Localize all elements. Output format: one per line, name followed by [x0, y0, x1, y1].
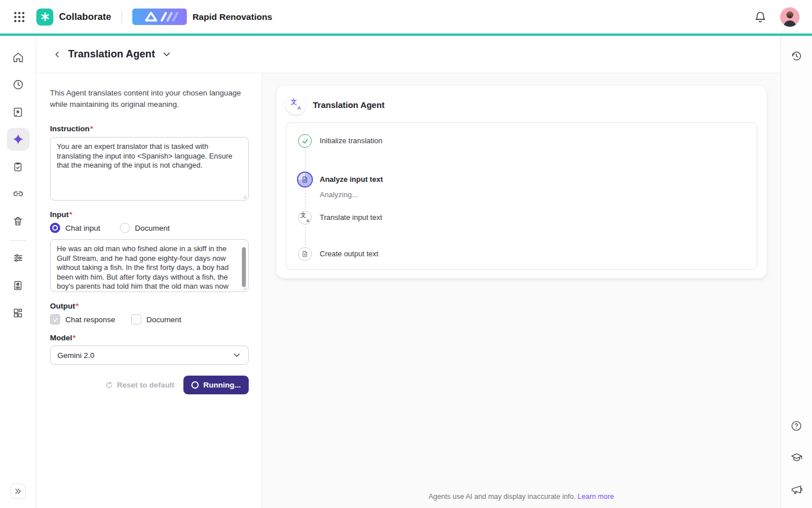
double-chevron-right-icon	[14, 488, 22, 495]
step-connector	[305, 190, 305, 209]
textarea-scrollbar[interactable]	[242, 247, 246, 287]
input-label: Input*	[50, 210, 248, 219]
step-substatus: Analyzing...	[320, 190, 383, 199]
sidebar-item-home[interactable]	[7, 46, 30, 69]
step-label: Create output text	[320, 247, 378, 261]
page-title: Translation Agent	[68, 48, 155, 60]
required-mark: *	[69, 210, 72, 219]
settings-sliders-icon	[12, 252, 24, 264]
trash-icon	[12, 216, 23, 227]
step-label: Translate input text	[320, 211, 382, 224]
sidebar-item-directory[interactable]	[7, 274, 30, 297]
page-header: Translation Agent	[36, 36, 780, 73]
agent-card-title: Translation Agent	[313, 100, 384, 110]
chat-input-textarea[interactable]: He was an old man who fished alone in a …	[50, 239, 249, 292]
step-analyze-input-text: Analyze input text Analyzing...	[297, 172, 746, 211]
workspace-brand[interactable]: Rapid Renovations	[132, 9, 272, 25]
sidebar-item-trash[interactable]	[7, 210, 30, 232]
ai-disclaimer: Agents use AI and may display inaccurate…	[262, 493, 780, 501]
instruction-textarea[interactable]: You are an expert translator that is tas…	[50, 137, 249, 201]
step-label: Analyze input text	[320, 172, 383, 188]
step-connector	[305, 150, 305, 169]
output-label: Output*	[50, 302, 248, 310]
chevron-down-icon	[232, 351, 241, 360]
sidebar-item-settings[interactable]	[7, 247, 30, 269]
connections-link-icon	[12, 188, 24, 199]
chevron-left-icon	[53, 50, 62, 59]
chevron-down-icon	[162, 49, 171, 59]
app-name: Collaborate	[59, 11, 111, 22]
reset-to-default-button[interactable]: Reset to default	[99, 376, 180, 394]
collaborate-asterisk-logo-icon	[36, 9, 53, 26]
tasks-clipboard-icon	[12, 161, 23, 172]
announcements-megaphone-icon[interactable]	[788, 481, 805, 498]
top-bar: Collaborate Rapid Renovations	[0, 0, 812, 34]
step-connector	[305, 227, 305, 245]
step-document-icon	[298, 247, 312, 261]
title-dropdown-button[interactable]	[161, 49, 172, 60]
sidebar-item-agents[interactable]	[7, 128, 30, 151]
radio-unselected-icon	[120, 223, 130, 233]
instruction-label: Instruction*	[50, 124, 248, 133]
knowledge-book-icon	[12, 107, 23, 118]
step-translate-input-text: 文A Translate input text	[297, 211, 746, 247]
run-button[interactable]: Running...	[183, 376, 249, 394]
learn-more-link[interactable]: Learn more	[577, 493, 614, 501]
step-done-check-icon	[298, 134, 312, 148]
radio-chat-input[interactable]: Chat input	[50, 223, 101, 233]
required-mark: *	[73, 334, 76, 342]
translate-icon: 文A	[286, 94, 306, 115]
notifications-bell-icon[interactable]	[754, 11, 767, 23]
agent-description: This Agent translates content into your …	[50, 88, 250, 110]
output-type-checkbox-group: Chat response Document	[50, 314, 248, 324]
radio-document[interactable]: Document	[120, 223, 170, 233]
form-actions: Reset to default Running...	[50, 376, 249, 394]
right-sidebar	[780, 36, 812, 508]
directory-card-icon	[12, 280, 23, 291]
sidebar-item-history[interactable]	[7, 73, 30, 96]
step-create-output-text: Create output text	[297, 247, 746, 261]
sidebar-item-tasks[interactable]	[7, 155, 30, 178]
agent-preview-canvas: 文A Translation Agent Initialize translat…	[262, 73, 780, 508]
checkbox-chat-response[interactable]: Chat response	[50, 314, 115, 324]
app-brand[interactable]: Collaborate	[36, 9, 111, 26]
step-initialize-translation: Initialize translation	[297, 134, 746, 172]
workspace-logo	[132, 9, 187, 25]
checkbox-checked-icon	[50, 314, 60, 324]
version-history-icon[interactable]	[788, 47, 805, 64]
radio-selected-icon	[50, 223, 60, 233]
reset-icon	[105, 381, 113, 389]
checkbox-unchecked-icon	[131, 314, 141, 324]
required-mark: *	[90, 124, 93, 133]
user-avatar[interactable]	[780, 7, 800, 27]
learning-cap-icon[interactable]	[788, 449, 805, 466]
spinner-icon	[191, 381, 199, 389]
sidebar-divider	[10, 240, 27, 241]
header-divider	[122, 10, 122, 24]
model-label: Model*	[50, 334, 248, 342]
apps-grid-icon[interactable]	[12, 10, 26, 24]
agents-sparkle-icon	[12, 133, 24, 145]
step-label: Initialize translation	[320, 134, 383, 148]
help-icon[interactable]	[788, 417, 805, 434]
sidebar-item-knowledge[interactable]	[7, 101, 30, 123]
apps-blocks-icon	[12, 307, 23, 318]
left-sidebar	[0, 36, 36, 508]
model-select[interactable]: Gemini 2.0	[50, 345, 249, 365]
input-type-radio-group: Chat input Document	[50, 223, 248, 233]
agent-steps-panel: Initialize translation Analyze input tex…	[286, 122, 757, 270]
step-translate-icon: 文A	[298, 211, 312, 224]
checkbox-document[interactable]: Document	[131, 314, 182, 324]
back-button[interactable]	[51, 48, 64, 61]
sidebar-item-apps[interactable]	[7, 301, 30, 324]
agent-run-card: 文A Translation Agent Initialize translat…	[277, 86, 767, 278]
history-clock-icon	[12, 79, 24, 90]
required-mark: *	[76, 302, 78, 310]
home-icon	[12, 52, 24, 63]
step-active-document-icon	[297, 172, 313, 188]
expand-sidebar-button[interactable]	[10, 484, 26, 499]
model-selected-value: Gemini 2.0	[57, 351, 94, 360]
sidebar-item-connections[interactable]	[7, 182, 30, 205]
workspace-name: Rapid Renovations	[192, 12, 272, 22]
agent-config-panel: This Agent translates content into your …	[36, 73, 262, 508]
